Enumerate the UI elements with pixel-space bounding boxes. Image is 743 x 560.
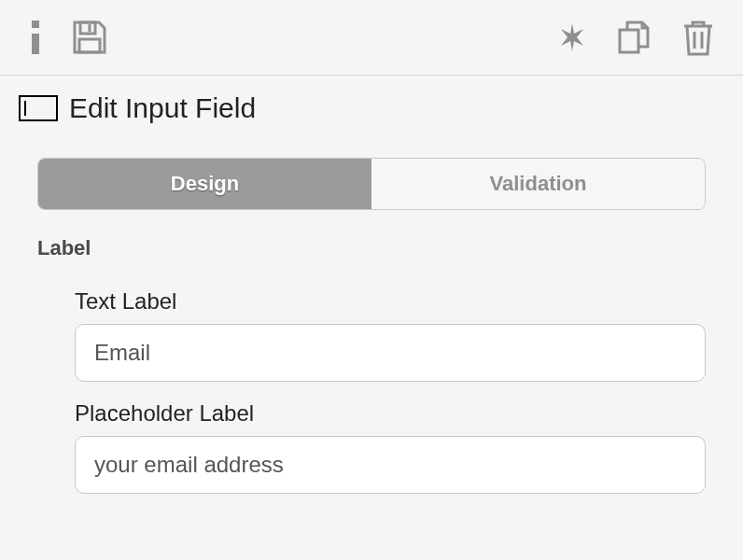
page-title: Edit Input Field <box>69 92 256 124</box>
save-button[interactable] <box>71 19 108 56</box>
duplicate-button[interactable] <box>616 19 653 56</box>
tab-design[interactable]: Design <box>38 159 372 209</box>
section-label: Label <box>37 236 706 260</box>
save-icon <box>71 19 108 56</box>
required-button[interactable] <box>556 21 588 53</box>
info-icon <box>28 21 43 54</box>
copy-icon <box>616 19 653 56</box>
svg-rect-0 <box>32 21 39 28</box>
tab-validation[interactable]: Validation <box>372 159 705 209</box>
text-label-input[interactable] <box>75 324 706 382</box>
toolbar <box>0 0 743 76</box>
svg-rect-2 <box>80 22 95 34</box>
input-field-icon <box>19 95 58 121</box>
svg-rect-4 <box>79 39 100 52</box>
tabs: Design Validation <box>37 158 706 210</box>
text-label-caption: Text Label <box>75 288 706 315</box>
info-button[interactable] <box>28 21 43 54</box>
field-group: Text Label Placeholder Label <box>37 288 706 512</box>
svg-rect-1 <box>32 34 39 54</box>
toolbar-left <box>28 19 108 56</box>
toolbar-right <box>556 19 715 56</box>
title-row: Edit Input Field <box>0 76 743 132</box>
trash-icon <box>681 19 715 56</box>
content: Design Validation Label Text Label Place… <box>0 132 743 512</box>
asterisk-icon <box>556 21 588 53</box>
delete-button[interactable] <box>681 19 715 56</box>
placeholder-label-caption: Placeholder Label <box>75 400 706 427</box>
placeholder-label-input[interactable] <box>75 436 706 494</box>
